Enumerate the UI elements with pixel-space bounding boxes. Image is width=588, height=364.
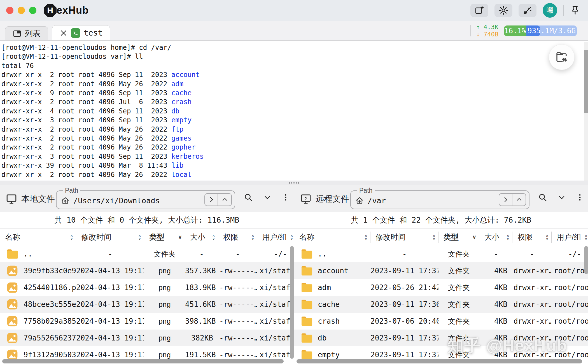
- file-name: crash: [318, 317, 340, 325]
- local-panel-tools: [243, 192, 290, 202]
- local-path-value[interactable]: /Users/xi/Downloads: [73, 196, 201, 205]
- tab-session-list[interactable]: 列表: [5, 26, 48, 40]
- column-header-name[interactable]: 名称∧∨: [0, 232, 76, 243]
- local-horizontal-scrollbar[interactable]: [2, 359, 284, 363]
- file-name-cell: account: [294, 265, 370, 277]
- local-panel-title: 本地文件: [6, 193, 55, 205]
- file-row[interactable]: ..-文件夹---/-: [294, 246, 588, 262]
- column-header-size[interactable]: 大小∧∨: [185, 232, 218, 243]
- horizontal-split-handle[interactable]: [0, 181, 588, 185]
- close-tab-icon[interactable]: [60, 29, 67, 37]
- file-mtime-cell: 2024-04-13 19:11: [76, 334, 144, 342]
- file-perm-cell: drwxr-xr…: [512, 317, 552, 325]
- file-row[interactable]: 48bcee3c555e0f…2024-04-13 19:11png451.6K…: [0, 296, 294, 313]
- terminal-line: drwxr-xr-x 2 root root 4096 May 26 2022 …: [1, 80, 588, 88]
- file-name: 48bcee3c555e0f…: [24, 300, 76, 309]
- close-window-button[interactable]: [6, 7, 13, 14]
- file-transfer-panel-button[interactable]: [549, 44, 575, 70]
- local-vertical-scrollbar[interactable]: [290, 246, 294, 359]
- parent-directory-button[interactable]: [512, 194, 526, 206]
- file-size-cell: -: [479, 250, 512, 258]
- search-button[interactable]: [538, 192, 548, 202]
- file-row[interactable]: 7758b029a3858f…2024-04-13 19:11png398.1K…: [0, 313, 294, 330]
- collapse-panel-button[interactable]: [557, 193, 566, 202]
- sort-icon: ∧∨: [365, 234, 367, 240]
- remote-vertical-scrollbar[interactable]: [584, 246, 588, 274]
- titlebar-actions: 嘿: [470, 3, 580, 18]
- directory-name: lib: [171, 162, 183, 169]
- column-header-type[interactable]: 类型∨: [144, 232, 185, 243]
- pin-button[interactable]: [570, 5, 580, 15]
- file-row[interactable]: ..-文件夹---/-: [0, 246, 294, 262]
- file-size-cell: 4KB: [479, 283, 512, 292]
- remote-panel-title-text: 远程文件: [316, 193, 349, 205]
- remote-path-value[interactable]: /var: [368, 196, 495, 205]
- home-icon[interactable]: [60, 196, 70, 205]
- avatar[interactable]: 嘿: [543, 3, 557, 18]
- column-header-perm[interactable]: 权限∧∨: [512, 232, 552, 243]
- tab-test-session[interactable]: test: [52, 25, 110, 40]
- stats-divider: [470, 25, 471, 36]
- column-header-type[interactable]: 类型∨: [438, 232, 479, 243]
- new-session-button[interactable]: [470, 4, 488, 17]
- file-row[interactable]: account2023-09-11 17:37文件夹4KBdrwxr-xr…ro…: [294, 262, 588, 279]
- file-row[interactable]: crash2023-07-06 20:40文件夹4KBdrwxr-xr…root…: [294, 313, 588, 330]
- column-header-owner[interactable]: 用户/组∧∨: [552, 232, 588, 243]
- file-type-cell: png: [144, 317, 185, 326]
- column-header-mtime[interactable]: 修改时间∧∨: [370, 232, 438, 243]
- column-header-mtime[interactable]: 修改时间∧∨: [76, 232, 144, 243]
- maximize-window-button[interactable]: [29, 7, 36, 14]
- terminal[interactable]: [root@VM-12-11-opencloudos home]# cd /va…: [0, 41, 588, 181]
- file-perm-cell: -rw-----…: [218, 334, 257, 342]
- column-header-owner[interactable]: 用户/组∧∨: [257, 232, 294, 243]
- file-mtime-cell: 2024-04-13 19:11: [76, 283, 144, 292]
- parent-directory-button[interactable]: [218, 194, 231, 206]
- file-mtime-cell: 2024-04-13 19:11: [76, 300, 144, 309]
- file-row[interactable]: cache2023-09-11 17:36文件夹4KBdrwxr-xr…root…: [294, 296, 588, 313]
- path-field-legend: Path: [357, 187, 375, 194]
- collapse-panel-button[interactable]: [263, 193, 272, 202]
- image-file-icon: [6, 315, 19, 327]
- file-mtime-cell: 2023-09-11 17:37: [370, 334, 438, 342]
- file-row[interactable]: 79a55265623704…2024-04-13 19:11png382KB-…: [0, 330, 294, 346]
- column-header-perm[interactable]: 权限∧∨: [218, 232, 257, 243]
- file-row[interactable]: adm2022-05-26 21:42文件夹4KBdrwxr-xr…root/r…: [294, 279, 588, 296]
- file-type-cell: png: [144, 300, 185, 309]
- file-mtime-cell: 2023-07-06 20:40: [370, 317, 438, 325]
- theme-toggle-button[interactable]: [519, 4, 536, 17]
- remote-horizontal-scrollbar[interactable]: [297, 359, 582, 363]
- minimize-window-button[interactable]: [18, 7, 25, 14]
- remote-panel-header: 远程文件 Path /var: [294, 185, 588, 212]
- app-window: H exHub: [0, 0, 588, 364]
- enter-path-button[interactable]: [499, 194, 512, 206]
- remote-path-field[interactable]: Path /var: [350, 187, 529, 209]
- local-path-field[interactable]: Path /Users/xi/Downloads: [56, 187, 235, 209]
- settings-button[interactable]: [494, 4, 512, 17]
- local-panel-title-text: 本地文件: [21, 193, 55, 205]
- file-name-cell: adm: [294, 282, 370, 293]
- terminal-scrollbar[interactable]: [584, 42, 588, 181]
- file-row[interactable]: 39e9fb33c0e976…2024-04-13 19:11png357.3K…: [0, 262, 294, 279]
- search-button[interactable]: [243, 192, 253, 202]
- enter-path-button[interactable]: [205, 194, 218, 206]
- file-owner-cell: xi/staff: [257, 267, 294, 275]
- directory-name: db: [171, 107, 179, 115]
- titlebar: H exHub: [0, 0, 588, 21]
- folder-icon: [300, 332, 313, 344]
- terminal-scrollbar-thumb[interactable]: [584, 50, 588, 113]
- more-options-button[interactable]: [576, 193, 584, 202]
- file-type-cell: png: [144, 334, 185, 342]
- terminal-line: drwxr-xr-x 9 root root 4096 Sep 11 2023 …: [1, 88, 588, 97]
- column-header-name[interactable]: 名称∧∨: [294, 232, 370, 243]
- directory-name: games: [171, 134, 192, 142]
- search-icon: [538, 192, 548, 202]
- file-row[interactable]: 4254401186.png2024-04-13 19:11png183.9KB…: [0, 279, 294, 296]
- file-owner-cell: xi/staff: [257, 351, 294, 359]
- folder-icon: [300, 282, 313, 293]
- terminal-line: drwxr-xr-x 3 root root 4096 Sep 11 2023 …: [1, 152, 588, 161]
- terminal-line: [root@VM-12-11-opencloudos home]# cd /va…: [1, 43, 588, 52]
- more-options-button[interactable]: [281, 193, 290, 202]
- image-file-icon: [6, 298, 19, 310]
- column-header-size[interactable]: 大小∧∨: [479, 232, 512, 243]
- home-icon[interactable]: [355, 196, 364, 205]
